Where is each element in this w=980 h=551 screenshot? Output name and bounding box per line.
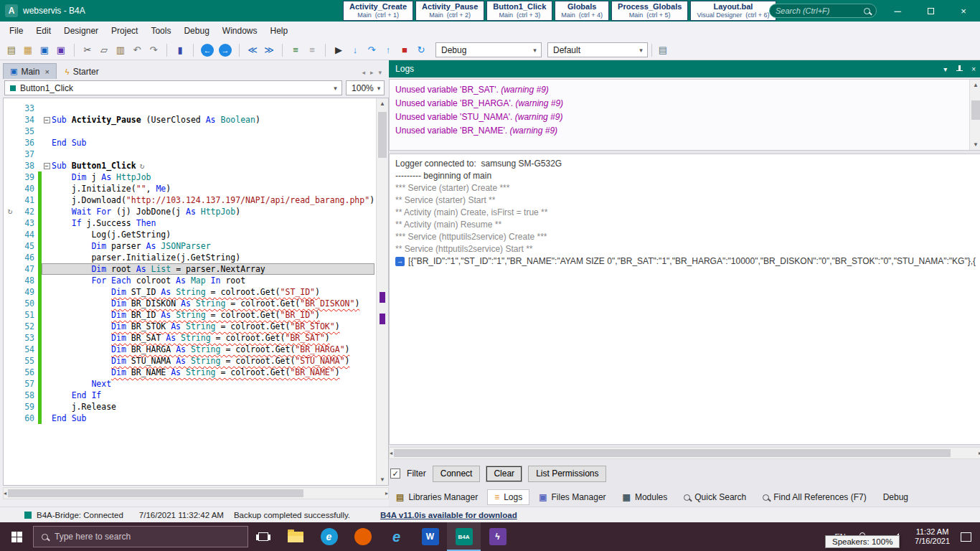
- menu-edit[interactable]: Edit: [29, 22, 57, 39]
- list-permissions-button[interactable]: List Permissions: [528, 466, 606, 482]
- pin-icon[interactable]: [956, 65, 963, 73]
- taskbar-app-b4a[interactable]: B4A: [447, 522, 481, 551]
- indent-icon[interactable]: ≫: [262, 43, 276, 57]
- warnings-list[interactable]: Unused variable 'BR_SAT'. (warning #9)Un…: [390, 80, 969, 150]
- menu-tools[interactable]: Tools: [144, 22, 177, 39]
- scrollbar-thumb[interactable]: [971, 100, 980, 120]
- scrollbar-thumb[interactable]: [378, 112, 387, 158]
- scroll-up-icon[interactable]: ▲: [380, 98, 385, 109]
- scroll-up-icon[interactable]: ▲: [973, 80, 979, 90]
- close-icon[interactable]: ×: [971, 65, 976, 73]
- connect-button[interactable]: Connect: [433, 466, 481, 482]
- logger-output[interactable]: Logger connected to: samsung SM-G532G---…: [389, 154, 980, 445]
- close-button[interactable]: ×: [947, 0, 980, 22]
- quick-access-globals[interactable]: GlobalsMain (ctrl + 4): [555, 1, 609, 21]
- panel-tab-find-all-references-f7[interactable]: Find All References (F7): [755, 489, 873, 505]
- code-editor[interactable]: 3334−Sub Activity_Pause (UserClosed As B…: [4, 98, 376, 485]
- taskbar-app-b4a-designer[interactable]: ϟ: [481, 522, 514, 551]
- scrollbar-track[interactable]: [970, 90, 980, 139]
- build-config-dropdown[interactable]: Default ▾: [547, 42, 648, 57]
- zoom-dropdown[interactable]: 100% ▾: [346, 80, 385, 95]
- menu-designer[interactable]: Designer: [57, 22, 105, 39]
- designer-grid-icon[interactable]: ▤: [656, 43, 670, 57]
- copy-icon[interactable]: ▱: [97, 43, 111, 57]
- filter-checkbox[interactable]: ✓: [390, 468, 400, 479]
- undo-icon[interactable]: ↶: [130, 43, 144, 57]
- editor-vertical-scrollbar[interactable]: ▲ ▼: [376, 98, 388, 485]
- menu-windows[interactable]: Windows: [216, 22, 264, 39]
- step-over-icon[interactable]: ↷: [364, 43, 379, 57]
- uncomment-icon[interactable]: ≡: [305, 43, 319, 57]
- taskbar-app-file-explorer[interactable]: [278, 522, 312, 551]
- panel-tab-libraries-manager[interactable]: ▤Libraries Manager: [389, 489, 485, 505]
- scroll-right-icon[interactable]: ▸: [385, 488, 388, 499]
- taskbar-search-input[interactable]: Type here to search: [33, 526, 248, 547]
- warnings-vertical-scrollbar[interactable]: ▲ ▼: [969, 80, 980, 150]
- scrollbar-track[interactable]: [392, 448, 979, 458]
- titlebar-search-input[interactable]: Search (Ctrl+F): [769, 4, 877, 18]
- search-icon[interactable]: [864, 8, 870, 14]
- collapse-icon[interactable]: −: [44, 117, 50, 123]
- paste-icon[interactable]: ▥: [113, 43, 128, 57]
- chevron-down-icon[interactable]: ▾: [635, 47, 647, 54]
- action-center-icon[interactable]: [961, 532, 971, 542]
- redo-icon[interactable]: ↷: [146, 43, 161, 57]
- panel-tab-modules[interactable]: ▦Modules: [616, 489, 675, 505]
- tab-starter[interactable]: ϟStarter: [58, 63, 106, 79]
- quick-access-button1-click[interactable]: Button1_ClickMain (ctrl + 3): [486, 1, 552, 21]
- tabs-list-icon[interactable]: ▾: [379, 69, 382, 76]
- scroll-down-icon[interactable]: ▼: [973, 139, 979, 150]
- minimize-button[interactable]: ─: [881, 0, 914, 22]
- chevron-down-icon[interactable]: ▾: [374, 85, 384, 92]
- menu-file[interactable]: File: [3, 22, 29, 39]
- tabs-scroll-right-icon[interactable]: ▸: [370, 69, 374, 76]
- chevron-down-icon[interactable]: ▾: [329, 85, 341, 92]
- new-icon[interactable]: ▤: [4, 43, 19, 57]
- quick-access-activity-create[interactable]: Activity_CreateMain (ctrl + 1): [343, 1, 413, 21]
- scrollbar-thumb[interactable]: [394, 449, 951, 457]
- bookmark-icon[interactable]: ▮: [173, 43, 187, 57]
- taskbar-app-edge[interactable]: e: [312, 522, 346, 551]
- chevron-down-icon[interactable]: ▾: [529, 47, 541, 54]
- save-icon[interactable]: ▣: [37, 43, 52, 57]
- editor-horizontal-scrollbar[interactable]: ◂ ▸: [3, 487, 389, 499]
- navigate-back-icon[interactable]: ←: [201, 44, 214, 57]
- menu-project[interactable]: Project: [105, 22, 144, 39]
- quick-access-process-globals[interactable]: Process_GlobalsMain (ctrl + 5): [611, 1, 688, 21]
- stop-icon[interactable]: ■: [397, 43, 412, 57]
- quick-access-layout-bal[interactable]: Layout.balVisual Designer (ctrl + 6): [690, 1, 776, 21]
- menu-debug[interactable]: Debug: [177, 22, 215, 39]
- update-link[interactable]: B4A v11.0is available for download: [380, 511, 517, 519]
- tabs-scroll-left-icon[interactable]: ◂: [362, 69, 365, 76]
- sub-selector-dropdown[interactable]: Button1_Click ▾: [4, 80, 342, 95]
- step-out-icon[interactable]: ↑: [381, 43, 395, 57]
- logs-horizontal-scrollbar[interactable]: ◂ ▸: [389, 447, 980, 459]
- start-button[interactable]: [0, 522, 33, 551]
- navigate-forward-icon[interactable]: →: [219, 44, 232, 57]
- taskbar-clock[interactable]: 11:32 AM 7/16/2021: [915, 527, 950, 546]
- save-all-icon[interactable]: ▣: [54, 43, 68, 57]
- taskbar-app-internet-explorer[interactable]: e: [380, 522, 413, 551]
- menu-help[interactable]: Help: [264, 22, 295, 39]
- scrollbar-track[interactable]: [377, 109, 388, 474]
- scrollbar-track[interactable]: [6, 488, 385, 499]
- panel-tab-debug[interactable]: Debug: [876, 489, 915, 505]
- taskbar-app-word[interactable]: W: [413, 522, 447, 551]
- logs-menu-icon[interactable]: ▾: [943, 65, 947, 73]
- clear-button[interactable]: Clear: [486, 466, 522, 482]
- scrollbar-thumb[interactable]: [8, 489, 303, 497]
- panel-tab-logs[interactable]: ≡Logs: [487, 489, 529, 505]
- taskbar-app-firefox[interactable]: [346, 522, 380, 551]
- step-into-icon[interactable]: ↓: [348, 43, 362, 57]
- close-tab-icon[interactable]: ×: [44, 67, 49, 76]
- tab-main[interactable]: ▣Main×: [3, 63, 57, 79]
- maximize-button[interactable]: [914, 0, 947, 22]
- scroll-down-icon[interactable]: ▼: [380, 474, 385, 485]
- cut-icon[interactable]: ✂: [80, 43, 95, 57]
- restart-icon[interactable]: ↻: [414, 43, 428, 57]
- run-icon[interactable]: ▶: [331, 43, 346, 57]
- quick-access-activity-pause[interactable]: Activity_PauseMain (ctrl + 2): [415, 1, 484, 21]
- task-view-button[interactable]: [248, 522, 278, 551]
- panel-tab-files-manager[interactable]: ▣Files Manager: [532, 489, 613, 505]
- collapse-icon[interactable]: −: [44, 163, 50, 169]
